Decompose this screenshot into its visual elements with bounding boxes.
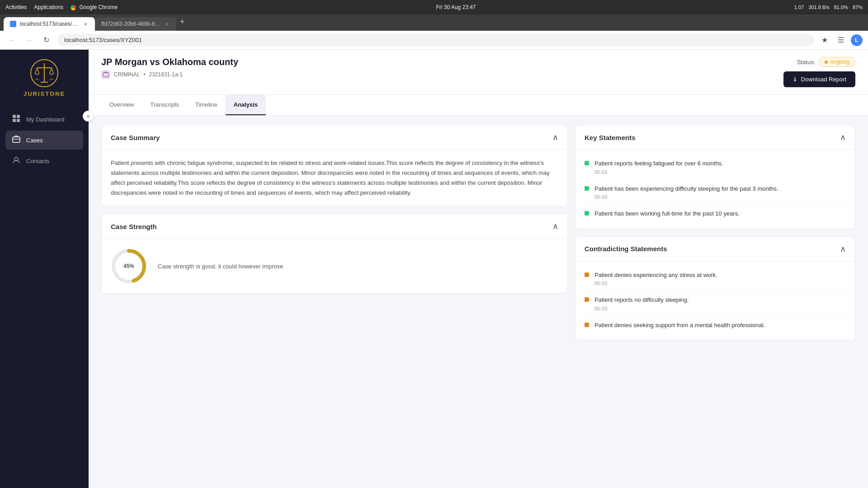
list-item: Patient denies seeking support from a me…	[583, 316, 848, 336]
statement-bullet	[585, 323, 589, 327]
url-bar-actions: ★ ☰ L	[818, 34, 863, 47]
sidebar-item-dashboard[interactable]: My Dashboard	[5, 110, 83, 129]
url-input[interactable]	[57, 34, 814, 46]
content-area: Case Summary ∧ Patient presents with chr…	[89, 116, 868, 488]
svg-line-6	[52, 68, 53, 73]
statement-content: Patient reports no difficulty sleeping. …	[594, 296, 689, 311]
list-item: Patient reports feeling fatigued for ove…	[583, 155, 848, 180]
svg-line-3	[35, 68, 37, 73]
svg-line-4	[37, 68, 39, 73]
case-summary-card: Case Summary ∧ Patient presents with chr…	[101, 125, 568, 206]
case-title: JP Morgan vs Oklahoma county	[101, 57, 238, 67]
tab-close-inactive[interactable]: ✕	[164, 21, 170, 27]
case-summary-header: Case Summary ∧	[102, 125, 567, 150]
case-header-right: Status: ongoing ⇓ Download Report	[783, 57, 855, 87]
forward-button[interactable]: →	[23, 34, 35, 47]
list-item: Patient denies experiencing any stress a…	[583, 266, 848, 291]
statement-content: Patient denies seeking support from a me…	[594, 321, 765, 331]
sidebar-contacts-label: Contacts	[26, 158, 49, 164]
browser-tab-inactive[interactable]: ffd72d63-20b6-469b-8... ✕	[95, 17, 176, 31]
statement-text: Patient has been experiencing difficulty…	[594, 184, 778, 193]
statement-text: Patient reports no difficulty sleeping.	[594, 296, 689, 305]
browser-tab-active[interactable]: localhost:5173/cases/XYZ... ✕	[4, 17, 95, 31]
case-summary-toggle[interactable]: ∧	[552, 132, 558, 142]
case-id: 2321831-1a-1	[149, 71, 183, 78]
bookmark-button[interactable]: ★	[818, 34, 831, 47]
statement-bullet	[585, 186, 589, 191]
os-activities[interactable]: Activities	[5, 4, 27, 10]
tab-label-active: localhost:5173/cases/XYZ...	[20, 21, 79, 27]
case-strength-card: Case Strength ∧ 45% Case strength is goo…	[101, 214, 568, 294]
dashboard-icon	[12, 114, 21, 124]
svg-rect-12	[13, 137, 20, 142]
download-report-button[interactable]: ⇓ Download Report	[783, 71, 855, 87]
status-dot	[825, 61, 828, 64]
status-row: Status: ongoing	[797, 57, 855, 67]
status-text: ongoing	[830, 59, 849, 65]
contradicting-statements-header: Contradicting Statements ∧	[576, 237, 855, 262]
case-separator: •	[143, 71, 145, 78]
key-statements-toggle[interactable]: ∧	[840, 132, 846, 142]
logo-text: JURISTONE	[24, 90, 65, 97]
statement-content: Patient has been working full-time for t…	[594, 209, 740, 220]
svg-rect-8	[13, 115, 16, 118]
svg-line-5	[50, 68, 52, 73]
case-type: CRIMINAL	[114, 71, 140, 78]
case-header: JP Morgan vs Oklahoma county CRIMINAL • …	[89, 50, 868, 95]
case-strength-title: Case Strength	[111, 223, 157, 230]
cases-icon	[12, 135, 21, 145]
os-network: 301.8 B/s	[808, 5, 829, 10]
new-tab-button[interactable]: +	[176, 17, 189, 27]
key-statements-list: Patient reports feeling fatigued for ove…	[576, 150, 855, 229]
extensions-button[interactable]: ☰	[835, 34, 847, 47]
profile-avatar[interactable]: L	[851, 34, 863, 46]
sidebar-collapse-button[interactable]: «	[83, 111, 94, 122]
right-column: Key Statements ∧ Patient reports feeling…	[575, 125, 855, 479]
strength-percent-label: 45%	[123, 263, 134, 269]
app-container: JURISTONE « My Dashboard Cases Co	[0, 50, 868, 488]
tab-transcripts[interactable]: Transcripts	[142, 95, 187, 115]
contradicting-statements-list: Patient denies experiencing any stress a…	[576, 262, 855, 340]
reload-button[interactable]: ↻	[40, 34, 52, 47]
statement-text: Patient reports feeling fatigued for ove…	[594, 159, 723, 168]
tab-close-active[interactable]: ✕	[82, 21, 89, 27]
strength-donut-chart: 45%	[111, 248, 147, 284]
url-bar: ← → ↻ ★ ☰ L	[0, 31, 868, 50]
statement-date: 05-03	[594, 169, 723, 175]
svg-rect-10	[13, 119, 16, 122]
os-applications[interactable]: Applications	[34, 4, 63, 10]
browser-chrome: localhost:5173/cases/XYZ... ✕ ffd72d63-2…	[0, 14, 868, 31]
sidebar-cases-label: Cases	[26, 137, 43, 144]
statement-content: Patient denies experiencing any stress a…	[594, 271, 717, 286]
sidebar: JURISTONE « My Dashboard Cases Co	[0, 50, 89, 488]
sidebar-logo: JURISTONE	[24, 59, 65, 97]
sidebar-item-cases[interactable]: Cases	[5, 131, 83, 150]
contradicting-statements-card: Contradicting Statements ∧ Patient denie…	[575, 236, 855, 341]
os-bar-right: 1.07 301.8 B/s 81.0% 87%	[794, 5, 863, 10]
contradicting-statements-toggle[interactable]: ∧	[840, 244, 846, 254]
tab-analysis[interactable]: Analysis	[226, 95, 266, 115]
contacts-icon	[12, 156, 21, 166]
case-strength-body: 45% Case strength is good, it could howe…	[102, 239, 567, 293]
svg-rect-15	[103, 73, 108, 77]
tab-overview[interactable]: Overview	[101, 95, 142, 115]
statement-bullet	[585, 211, 589, 216]
logo-icon	[30, 59, 59, 88]
svg-rect-9	[17, 115, 20, 118]
os-chrome-label: Google Chrome	[71, 4, 118, 10]
case-strength-toggle[interactable]: ∧	[552, 221, 558, 231]
list-item: Patient has been working full-time for t…	[583, 205, 848, 224]
key-statements-title: Key Statements	[585, 134, 636, 141]
statement-text: Patient denies experiencing any stress a…	[594, 271, 717, 280]
statement-content: Patient has been experiencing difficulty…	[594, 184, 778, 200]
back-button[interactable]: ←	[5, 34, 18, 47]
os-battery-percent: 81.0%	[834, 5, 848, 10]
sidebar-item-contacts[interactable]: Contacts	[5, 151, 83, 170]
statement-date: 05-03	[594, 194, 778, 200]
download-btn-label: Download Report	[801, 76, 846, 83]
statement-text: Patient has been working full-time for t…	[594, 209, 740, 218]
case-summary-body: Patient presents with chronic fatigue sy…	[102, 150, 567, 206]
case-summary-text: Patient presents with chronic fatigue sy…	[111, 158, 558, 198]
tab-timeline[interactable]: Timeline	[187, 95, 226, 115]
os-bar: Activities Applications Google Chrome Fr…	[0, 0, 868, 14]
